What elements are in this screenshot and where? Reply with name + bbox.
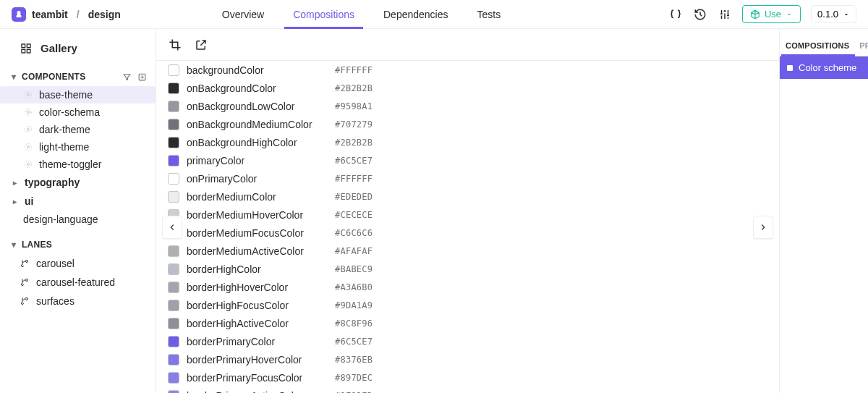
svg-point-13 bbox=[27, 164, 30, 166]
color-row: backgroundColor#FFFFFF bbox=[168, 61, 767, 79]
branch-icon bbox=[20, 259, 29, 268]
main-tabs: Overview Compositions Dependencies Tests bbox=[222, 0, 501, 28]
color-swatch bbox=[168, 155, 179, 166]
svg-point-10 bbox=[25, 127, 32, 133]
color-row: borderHighActiveColor#8C8F96 bbox=[168, 314, 767, 332]
color-hex: #9598A1 bbox=[335, 101, 373, 111]
color-name: borderPrimaryColor bbox=[187, 336, 328, 347]
component-dot-icon bbox=[23, 90, 33, 100]
color-row: borderPrimaryActiveColor#8F83ED bbox=[168, 386, 767, 393]
lane-item-carousel-featured[interactable]: carousel-featured bbox=[0, 273, 156, 292]
tab-dependencies[interactable]: Dependencies bbox=[383, 0, 448, 28]
color-name: borderHighHoverColor bbox=[187, 282, 328, 293]
version-selector[interactable]: 0.1.0 bbox=[811, 5, 856, 23]
svg-rect-0 bbox=[22, 44, 25, 48]
tab-compositions[interactable]: Compositions bbox=[293, 0, 354, 28]
gallery-link[interactable]: Gallery bbox=[0, 35, 156, 67]
component-dot-icon bbox=[23, 107, 33, 117]
settings-sliders-icon[interactable] bbox=[718, 7, 732, 22]
section-label: COMPONENTS bbox=[22, 72, 85, 82]
sidebar-item-dark-theme[interactable]: dark-theme bbox=[0, 121, 156, 138]
color-row: borderPrimaryColor#6C5CE7 bbox=[168, 332, 767, 350]
gallery-label: Gallery bbox=[41, 42, 77, 54]
group-label: ui bbox=[25, 195, 33, 207]
color-swatch bbox=[168, 263, 179, 275]
open-external-icon[interactable] bbox=[194, 38, 208, 52]
compositions-canvas: backgroundColor#FFFFFFonBackgroundColor#… bbox=[156, 61, 779, 393]
color-name: borderHighFocusColor bbox=[187, 300, 328, 311]
color-row: borderMediumFocusColor#C6C6C6 bbox=[168, 224, 767, 242]
svg-rect-3 bbox=[27, 49, 30, 53]
item-label: design-language bbox=[23, 214, 98, 225]
svg-point-11 bbox=[27, 146, 30, 148]
color-swatch bbox=[168, 282, 179, 293]
code-braces-icon[interactable] bbox=[668, 7, 683, 22]
add-box-icon[interactable] bbox=[137, 72, 147, 82]
use-button[interactable]: Use bbox=[742, 5, 801, 23]
prev-composition-button[interactable] bbox=[162, 216, 182, 239]
breadcrumb-org: teambit bbox=[32, 9, 68, 20]
chevron-down-icon: ▾ bbox=[9, 240, 19, 250]
sidebar-section-lanes[interactable]: ▾ LANES bbox=[0, 235, 156, 254]
sidebar-item-base-theme[interactable]: base-theme bbox=[0, 86, 156, 103]
composition-item-label: Color scheme bbox=[799, 62, 856, 73]
main-panel: backgroundColor#FFFFFFonBackgroundColor#… bbox=[156, 29, 780, 393]
tab-overview[interactable]: Overview bbox=[222, 0, 264, 28]
color-row: borderMediumActiveColor#AFAFAF bbox=[168, 242, 767, 260]
color-hex: #9DA1A9 bbox=[335, 300, 373, 310]
item-label: surfaces bbox=[36, 295, 75, 307]
color-row: borderMediumColor#EDEDED bbox=[168, 187, 767, 206]
sidebar-item-color-schema[interactable]: color-schema bbox=[0, 103, 156, 121]
sidebar-item-light-theme[interactable]: light-theme bbox=[0, 138, 156, 156]
color-row: onBackgroundHighColor#2B2B2B bbox=[168, 133, 767, 151]
component-dot-icon bbox=[23, 142, 33, 152]
tab-tests[interactable]: Tests bbox=[477, 0, 501, 28]
color-hex: #2B2B2B bbox=[335, 138, 373, 148]
sidebar: Gallery ▾ COMPONENTS base-themecolor-sch… bbox=[0, 29, 156, 393]
topbar-actions: Use 0.1.0 bbox=[668, 5, 856, 23]
rtab-compositions[interactable]: COMPOSITIONS bbox=[780, 41, 854, 56]
color-swatch bbox=[168, 245, 179, 257]
sidebar-section-components[interactable]: ▾ COMPONENTS bbox=[0, 67, 156, 86]
brand-logo-icon bbox=[12, 7, 26, 22]
history-icon[interactable] bbox=[693, 7, 707, 22]
color-swatch bbox=[168, 173, 179, 185]
canvas-toolbar bbox=[156, 29, 779, 61]
color-row: borderHighColor#BABEC9 bbox=[168, 260, 767, 278]
color-hex: #CECECE bbox=[335, 210, 373, 220]
chevron-right-icon bbox=[758, 222, 768, 232]
color-swatch bbox=[168, 101, 179, 112]
item-label: color-schema bbox=[39, 106, 100, 118]
color-name: onBackgroundHighColor bbox=[187, 137, 328, 148]
composition-item-color-scheme[interactable]: Color scheme bbox=[780, 56, 868, 79]
color-swatch bbox=[168, 83, 179, 94]
next-composition-button[interactable] bbox=[753, 216, 773, 239]
color-name: primaryColor bbox=[187, 155, 328, 166]
filter-icon[interactable] bbox=[122, 72, 132, 82]
color-name: backgroundColor bbox=[187, 64, 328, 76]
breadcrumb[interactable]: teambit / design bbox=[12, 7, 121, 22]
color-name: borderHighActiveColor bbox=[187, 318, 328, 329]
color-hex: #707279 bbox=[335, 119, 373, 130]
color-row: onPrimaryColor#FFFFFF bbox=[168, 169, 767, 187]
sidebar-item-design-language[interactable]: design-language bbox=[0, 211, 156, 228]
color-hex: #FFFFFF bbox=[335, 174, 373, 184]
lane-item-surfaces[interactable]: surfaces bbox=[0, 292, 156, 310]
sidebar-group-typography[interactable]: ▸ typography bbox=[0, 173, 156, 192]
color-hex: #2B2B2B bbox=[335, 83, 373, 93]
sidebar-group-ui[interactable]: ▸ ui bbox=[0, 192, 156, 211]
sidebar-item-theme-toggler[interactable]: theme-toggler bbox=[0, 156, 156, 173]
color-row: borderPrimaryFocusColor#897DEC bbox=[168, 368, 767, 386]
color-swatch bbox=[168, 336, 179, 347]
lane-item-carousel[interactable]: carousel bbox=[0, 254, 156, 273]
svg-point-14 bbox=[25, 161, 32, 168]
item-label: dark-theme bbox=[39, 124, 90, 135]
color-hex: #6C5CE7 bbox=[335, 156, 373, 166]
branch-icon bbox=[20, 278, 29, 287]
color-hex: #8F83ED bbox=[335, 391, 373, 394]
rtab-properties[interactable]: PROP bbox=[854, 41, 868, 56]
color-name: borderMediumColor bbox=[187, 191, 328, 203]
color-hex: #A3A6B0 bbox=[335, 282, 373, 292]
color-name: onBackgroundColor bbox=[187, 83, 328, 94]
frame-crop-icon[interactable] bbox=[168, 38, 182, 52]
